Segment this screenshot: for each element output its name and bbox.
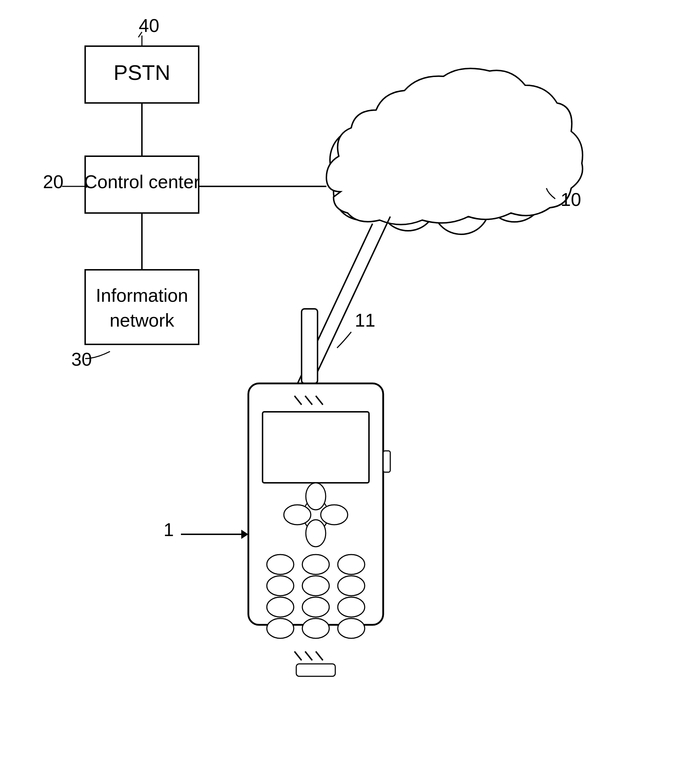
svg-point-38 <box>302 576 329 596</box>
ref-30-label: 30 <box>71 349 92 369</box>
svg-point-36 <box>338 555 365 574</box>
svg-point-44 <box>302 619 329 638</box>
svg-rect-22 <box>302 309 318 383</box>
svg-point-34 <box>267 555 294 574</box>
svg-rect-27 <box>262 412 369 483</box>
svg-point-33 <box>321 505 348 525</box>
cloud-shape <box>327 68 582 234</box>
svg-rect-49 <box>296 664 335 676</box>
svg-point-45 <box>338 619 365 638</box>
info-network-label-line2: network <box>109 310 174 331</box>
svg-marker-51 <box>241 530 248 539</box>
svg-point-37 <box>267 576 294 596</box>
info-network-label-line1: Information <box>96 285 188 306</box>
svg-point-39 <box>338 576 365 596</box>
svg-point-43 <box>267 619 294 638</box>
svg-point-41 <box>302 597 329 617</box>
ref-1-label: 1 <box>164 519 174 540</box>
svg-point-30 <box>306 483 326 510</box>
pstn-label: PSTN <box>114 61 170 85</box>
mobile-phone <box>248 309 390 676</box>
svg-rect-8 <box>85 270 199 344</box>
svg-line-47 <box>305 652 312 660</box>
svg-point-40 <box>267 597 294 617</box>
svg-line-48 <box>316 652 323 660</box>
ref-20-label: 20 <box>43 171 63 192</box>
svg-line-20 <box>309 216 390 391</box>
svg-point-31 <box>306 520 326 547</box>
svg-point-42 <box>338 597 365 617</box>
svg-rect-28 <box>383 451 390 472</box>
control-center-label-line1: Control center <box>84 171 200 192</box>
ref-10-label: 10 <box>561 189 581 210</box>
svg-line-46 <box>294 652 302 660</box>
svg-point-35 <box>302 555 329 574</box>
ref-11-label: 11 <box>355 310 375 331</box>
svg-point-32 <box>284 505 311 525</box>
diagram-container: PSTN 40 Control center 20 Information ne… <box>0 0 700 775</box>
